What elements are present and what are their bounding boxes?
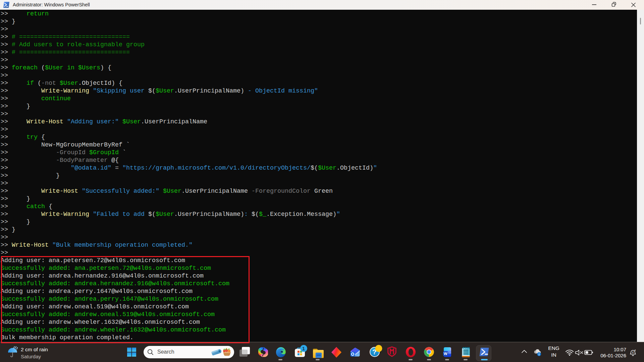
svg-text:z: z <box>632 351 634 354</box>
svg-text:z: z <box>635 349 636 351</box>
svg-text:W: W <box>444 352 447 356</box>
